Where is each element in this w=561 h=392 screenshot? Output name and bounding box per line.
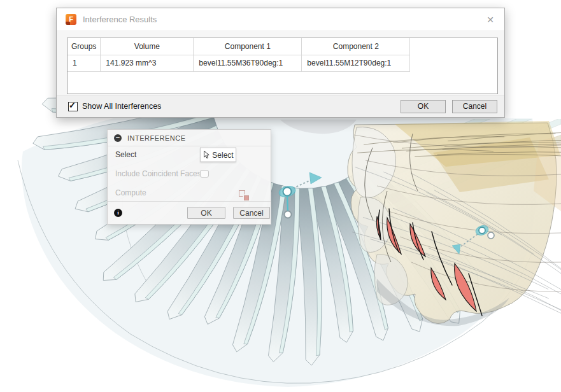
cell-component1: bevel11.55M36T90deg:1 (194, 55, 302, 71)
col-header-groups: Groups (67, 38, 101, 55)
cell-group: 1 (67, 55, 101, 71)
interference-command-panel: − INTERFERENCE Select Select Include Coi… (107, 129, 271, 225)
info-icon[interactable]: i (114, 209, 122, 217)
dialog-titlebar[interactable]: F Interference Results ✕ (57, 8, 504, 31)
include-coincident-checkbox[interactable] (200, 170, 209, 178)
col-header-component1: Component 1 (194, 38, 302, 55)
panel-cancel-button[interactable]: Cancel (233, 207, 270, 219)
table-header-row: Groups Volume Component 1 Component 2 (67, 38, 410, 55)
include-coincident-row: Include Coincident Faces (108, 166, 271, 181)
collapse-icon[interactable]: − (114, 134, 122, 142)
col-header-component2: Component 2 (302, 38, 410, 55)
cursor-icon (202, 151, 210, 159)
dialog-footer: Show All Interferences OK Cancel (57, 95, 504, 117)
cell-component2: bevel11.55M12T90deg:1 (302, 55, 410, 71)
panel-header[interactable]: − INTERFERENCE (108, 130, 271, 146)
panel-ok-button[interactable]: OK (187, 207, 225, 219)
show-all-interferences-label: Show All Interferences (82, 102, 161, 111)
compute-label: Compute (115, 188, 146, 197)
panel-footer: i OK Cancel (108, 201, 271, 224)
select-button[interactable]: Select (200, 148, 236, 162)
cell-volume: 141.923 mm^3 (101, 55, 194, 71)
table-row[interactable]: 1 141.923 mm^3 bevel11.55M36T90deg:1 bev… (67, 55, 410, 71)
include-coincident-label: Include Coincident Faces (115, 169, 201, 178)
dialog-title: Interference Results (83, 15, 157, 24)
panel-title: INTERFERENCE (127, 134, 186, 142)
compute-icon[interactable] (239, 190, 249, 200)
results-table: Groups Volume Component 1 Component 2 1 … (67, 38, 498, 94)
close-icon[interactable]: ✕ (486, 15, 494, 25)
app-window: F Interference Results ✕ Groups Volume C… (0, 0, 561, 392)
dialog-cancel-button[interactable]: Cancel (452, 100, 497, 113)
dialog-ok-button[interactable]: OK (401, 100, 446, 113)
show-all-interferences-checkbox[interactable] (68, 102, 78, 111)
select-row: Select Select (108, 147, 271, 162)
select-label: Select (115, 150, 136, 159)
interference-results-dialog: F Interference Results ✕ Groups Volume C… (56, 8, 505, 118)
fusion-app-icon: F (66, 14, 76, 25)
compute-row: Compute (108, 185, 271, 200)
col-header-volume: Volume (101, 38, 194, 55)
select-button-label: Select (212, 150, 233, 159)
